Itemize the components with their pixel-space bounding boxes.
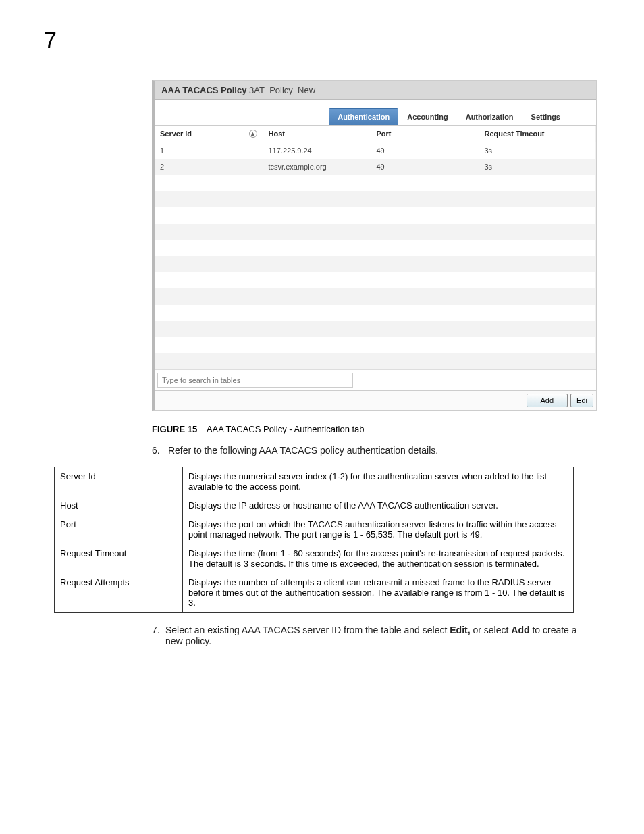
table-row [155,288,596,305]
table-row [155,272,596,288]
desc-label: Server Id [55,467,183,496]
desc-row: Request Attempts Displays the number of … [55,573,574,613]
panel-title-policy-name: 3AT_Policy_New [249,85,315,95]
table-row [155,175,596,191]
desc-text: Displays the number of attempts a client… [183,573,574,613]
step7-edit-bold: Edit, [450,625,470,635]
figure-caption: FIGURE 15 AAA TACACS Policy - Authentica… [152,424,597,434]
cell-server-id: 2 [155,159,263,175]
description-table: Server Id Displays the numerical server … [54,467,574,613]
panel-title-label: AAA TACACS Policy [161,85,246,95]
tab-authorization[interactable]: Authorization [457,108,522,125]
tab-row: Authentication Accounting Authorization … [155,100,596,126]
table-row[interactable]: 2 tcsvr.example.org 49 3s [155,159,596,175]
table-row [155,224,596,240]
table-row [155,305,596,321]
cell-host: tcsvr.example.org [263,159,371,175]
search-row [155,369,596,390]
add-button[interactable]: Add [527,394,568,407]
chapter-number: 7 [44,27,597,53]
step-text: Refer to the following AAA TACACS policy… [168,445,438,456]
desc-text: Displays the time (from 1 - 60 seconds) … [183,544,574,573]
cell-server-id: 1 [155,142,263,159]
edit-button[interactable]: Edi [570,394,593,407]
tab-settings[interactable]: Settings [522,108,569,125]
figure-label: FIGURE 15 [152,424,197,434]
col-header-host[interactable]: Host [263,126,371,142]
desc-label: Port [55,515,183,544]
server-table: Server Id ▲ Host Port Request Timeout 1 … [155,126,596,369]
step-number: 7. [152,625,165,646]
step-7: 7. Select an existing AAA TACACS server … [152,625,597,646]
desc-text: Displays the IP address or hostname of t… [183,496,574,515]
table-search-input[interactable] [157,373,353,388]
cell-timeout: 3s [479,142,596,159]
tab-authentication[interactable]: Authentication [329,108,398,125]
button-row: Add Edi [155,390,596,410]
desc-text: Displays the numerical server index (1-2… [183,467,574,496]
step7-pre: Select an existing AAA TACACS server ID … [165,625,450,635]
table-row [155,240,596,256]
table-row [155,337,596,353]
cell-port: 49 [371,159,479,175]
tab-accounting[interactable]: Accounting [398,108,457,125]
col-header-server-id-label: Server Id [160,130,192,138]
desc-row: Port Displays the port on which the TACA… [55,515,574,544]
table-row [155,353,596,369]
desc-label: Request Attempts [55,573,183,613]
step7-add-bold: Add [511,625,529,635]
step-number: 6. [152,445,165,456]
table-row [155,207,596,224]
desc-row: Server Id Displays the numerical server … [55,467,574,496]
col-header-port[interactable]: Port [371,126,479,142]
cell-host: 117.225.9.24 [263,142,371,159]
table-row[interactable]: 1 117.225.9.24 49 3s [155,142,596,159]
cell-port: 49 [371,142,479,159]
step-text: Select an existing AAA TACACS server ID … [165,625,597,646]
desc-label: Host [55,496,183,515]
table-row [155,321,596,337]
sort-asc-icon[interactable]: ▲ [249,130,257,138]
table-row [155,256,596,272]
desc-text: Displays the port on which the TACACS au… [183,515,574,544]
panel-title-bar: AAA TACACS Policy 3AT_Policy_New [155,81,596,100]
col-header-timeout[interactable]: Request Timeout [479,126,596,142]
col-header-server-id[interactable]: Server Id ▲ [155,126,263,142]
server-table-body: 1 117.225.9.24 49 3s 2 tcsvr.example.org… [155,142,596,370]
desc-row: Request Timeout Displays the time (from … [55,544,574,573]
desc-row: Host Displays the IP address or hostname… [55,496,574,515]
figure-text: AAA TACACS Policy - Authentication tab [207,424,365,434]
cell-timeout: 3s [479,159,596,175]
desc-label: Request Timeout [55,544,183,573]
step7-mid: or select [471,625,512,635]
tacacs-policy-panel: AAA TACACS Policy 3AT_Policy_New Authent… [152,80,597,411]
step-6: 6. Refer to the following AAA TACACS pol… [152,445,597,456]
table-row [155,191,596,207]
